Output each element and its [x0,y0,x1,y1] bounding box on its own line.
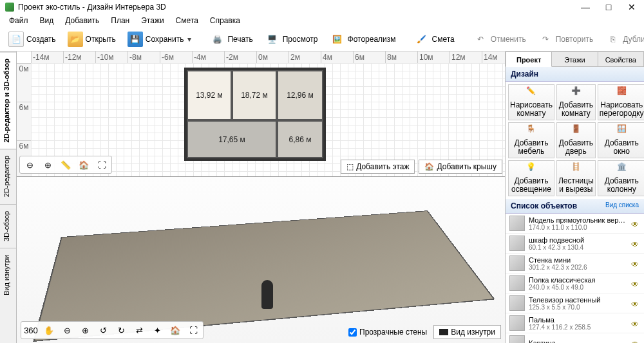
list-view-link[interactable]: Вид списка [605,201,639,209]
add-light-button[interactable]: 💡 Добавить освещение [508,160,554,196]
undo-button[interactable]: ↶ Отменить [468,30,531,49]
create-button[interactable]: 📄 Создать [4,30,61,49]
printer-icon: 🖨️ [209,32,225,47]
zoom-out-2d-button[interactable]: ⊖ [21,158,38,172]
viewport-2d[interactable]: -14м-12м-10м-8м-6м-4м-2м0м2м4м6м8м10м12м… [17,51,505,177]
add-door-button[interactable]: 🚪 Добавить дверь [556,122,596,158]
add-room-button[interactable]: ➕ Добавить комнату [556,84,596,120]
visibility-toggle-icon[interactable]: 👁 [631,260,640,266]
ruler-2d-button[interactable]: 📏 [57,158,74,172]
viewport-3d-tools: 360 ✋ ⊖ ⊕ ↺ ↻ ⇄ ✦ 🏠 ⛶ [21,321,204,339]
inside-view-button[interactable]: Вид изнутри [433,325,501,339]
visibility-toggle-icon[interactable]: 👁 [631,280,640,286]
fit-3d-button[interactable]: ⛶ [185,323,202,337]
zoom-in-2d-button[interactable]: ⊕ [39,158,56,172]
floorplan[interactable]: 13,92 м 18,72 м 12,96 м 17,65 м 6,86 м [184,68,326,161]
visibility-toggle-icon[interactable]: 👁 [631,240,640,246]
visibility-toggle-icon[interactable]: 👁 [631,340,640,343]
viewport-3d[interactable]: 360 ✋ ⊖ ⊕ ↺ ↻ ⇄ ✦ 🏠 ⛶ Прозрачные стены В… [17,177,505,343]
object-thumbnail [509,255,525,271]
redo-button[interactable]: ↷ Повторить [533,30,598,49]
list-item[interactable]: Пальма127.4 x 116.2 x 258.5👁 [506,313,644,333]
toolbar: 📄 Создать 📂 Открыть 💾 Сохранить 🖨️ Печат… [0,27,644,51]
add-furniture-button[interactable]: 🪑 Добавить мебель [508,122,554,158]
menu-add[interactable]: Добавить [60,15,104,26]
room-4[interactable]: 17,65 м [187,120,277,158]
tab-3d-view[interactable]: 3D-обзор [0,204,16,248]
transparent-walls-checkbox[interactable]: Прозрачные стены [348,328,427,337]
list-item[interactable]: шкаф подвесной60.1 x 42.3 x 130.4👁 [506,234,644,254]
menu-view[interactable]: Вид [35,15,59,26]
redo-icon: ↷ [538,32,553,47]
chair-icon: 🪑 [524,125,538,138]
object-thumbnail [509,295,525,311]
visibility-toggle-icon[interactable]: 👁 [631,320,640,326]
ruler-tick: 0м [17,63,31,102]
tab-project[interactable]: Проект [506,51,552,67]
menu-estimate[interactable]: Смета [171,15,204,26]
room-5[interactable]: 6,86 м [277,120,323,158]
fit-2d-button[interactable]: ⛶ [93,158,110,172]
maximize-button[interactable]: □ [601,2,616,12]
list-item[interactable]: Телевизор настенный125.3 x 5.5 x 70.0👁 [506,293,644,313]
preview-button[interactable]: 🖥️ Просмотр [260,30,323,49]
add-roof-button[interactable]: 🏠 Добавить крышу [419,160,502,174]
visibility-toggle-icon[interactable]: 👁 [631,300,640,306]
pan-button[interactable]: ✋ [41,323,57,337]
add-floor-button[interactable]: ⬚ Добавить этаж [341,160,415,174]
home-2d-button[interactable]: 🏠 [75,158,92,172]
ruler-tick: 6м [353,51,385,63]
render-3d [17,177,505,343]
draw-room-button[interactable]: ✏️ Нарисовать комнату [508,84,554,120]
rotate-right-button[interactable]: ↻ [113,323,129,337]
tab-2d-3d-combo[interactable]: 2D-редактор и 3D-обзор [0,51,16,149]
close-button[interactable]: ✕ [625,2,639,12]
list-item[interactable]: Картина👁 [506,333,644,343]
object-name: Модель прямоугольник вертик... [529,216,627,224]
estimate-button[interactable]: 🖌️ Смета [410,30,459,49]
minimize-button[interactable]: — [578,2,592,12]
monitor-icon: 🖥️ [265,32,280,47]
axis-button[interactable]: ✦ [149,323,166,337]
menu-floors[interactable]: Этажи [136,15,169,26]
print-button[interactable]: 🖨️ Печать [205,30,257,49]
right-panel: Проект Этажи Свойства Дизайн ✏️ Нарисова… [505,51,644,343]
app-icon [5,3,14,12]
room-2[interactable]: 18,72 м [232,70,277,120]
flip-button[interactable]: ⇄ [131,323,147,337]
ruler-tick: 12м [450,51,482,63]
ruler-tick: -2м [224,51,256,63]
tab-2d-editor[interactable]: 2D-редактор [0,149,16,203]
person-figure [261,280,273,309]
visibility-toggle-icon[interactable]: 👁 [631,220,640,227]
menu-help[interactable]: Справка [205,15,245,26]
photoreal-button[interactable]: 🖼️ Фотореализм [325,30,401,49]
zoom-in-3d-button[interactable]: ⊕ [77,323,93,337]
door-icon: 🚪 [569,125,583,138]
zoom-out-3d-button[interactable]: ⊖ [59,323,75,337]
list-item[interactable]: Модель прямоугольник вертик...174.0 x 11… [506,214,644,234]
orbit-360-button[interactable]: 360 [23,323,39,337]
duplicate-button[interactable]: ⎘ Дублировать [600,30,644,49]
roof-icon: 🏠 [424,162,434,171]
rotate-left-button[interactable]: ↺ [95,323,111,337]
draw-partition-button[interactable]: 🧱 Нарисовать перегородку [598,84,644,120]
floppy-disk-icon: 💾 [128,32,143,47]
menu-plan[interactable]: План [106,15,135,26]
tab-properties[interactable]: Свойства [598,51,644,67]
menu-file[interactable]: Файл [4,15,33,26]
save-button[interactable]: 💾 Сохранить [123,30,196,49]
object-dims: 301.2 x 42.3 x 202.6 [529,264,627,271]
list-item[interactable]: Стенка мини301.2 x 42.3 x 202.6👁 [506,254,644,273]
open-button[interactable]: 📂 Открыть [63,30,120,49]
stairs-button[interactable]: 🪜 Лестницы и вырезы [556,160,596,196]
add-column-button[interactable]: 🏛️ Добавить колонну [598,160,644,196]
tab-inside-view[interactable]: Вид изнутри [0,248,16,302]
room-3[interactable]: 12,96 м [277,70,323,120]
tab-floors[interactable]: Этажи [552,51,598,67]
room-1[interactable]: 13,92 м [187,70,232,120]
add-window-button[interactable]: 🪟 Добавить окно [598,122,644,158]
ruler-tick: 8м [385,51,417,63]
list-item[interactable]: Полка классическая240.0 x 45.0 x 49.0👁 [506,273,644,293]
home-3d-button[interactable]: 🏠 [167,323,184,337]
